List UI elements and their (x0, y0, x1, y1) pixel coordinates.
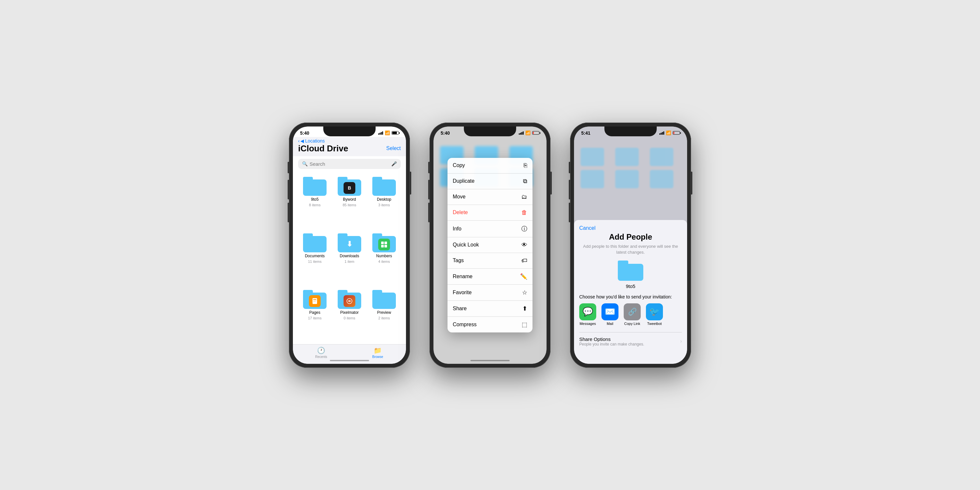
file-name-numbers: Numbers (376, 254, 392, 258)
menu-move-label: Move (453, 194, 466, 200)
info-icon: ⓘ (521, 225, 527, 233)
menu-duplicate-label: Duplicate (453, 178, 475, 184)
share-options-sub: People you invite can make changes. (579, 342, 644, 347)
context-menu-overlay: Copy ⎘ Duplicate ⧉ Move 🗂 (433, 127, 547, 364)
phone-1: 5:40 📶 (289, 123, 410, 368)
file-item-desktop[interactable]: Desktop 3 items (368, 174, 401, 228)
file-item-documents[interactable]: Documents 11 items (298, 231, 331, 285)
file-count-downloads: 1 item (345, 259, 354, 264)
file-count-documents: 11 items (308, 259, 321, 264)
compress-icon: ⬚ (522, 321, 527, 328)
share-apps-row: 💬 Messages ✉️ Mail (579, 303, 682, 328)
file-item-9to5[interactable]: 9to5 8 items (298, 174, 331, 228)
search-input[interactable] (310, 161, 389, 167)
share-app-tweetbot[interactable]: 🐦 Tweetbot (646, 303, 663, 326)
battery-1 (391, 131, 399, 135)
file-name-pages: Pages (309, 310, 320, 315)
menu-item-duplicate[interactable]: Duplicate ⧉ (447, 173, 533, 189)
tags-icon: 🏷 (521, 257, 527, 264)
file-count-pages: 17 items (308, 316, 321, 320)
time-1: 5:40 (300, 130, 309, 136)
file-item-pixelmator[interactable]: Pixelmator 0 items (333, 287, 366, 341)
mail-icon: ✉️ (601, 303, 619, 320)
file-item-pages[interactable]: Pages 17 items (298, 287, 331, 341)
folder-icon-downloads: ⬇ (338, 233, 361, 252)
share-app-mail[interactable]: ✉️ Mail (601, 303, 619, 326)
file-count-preview: 2 items (378, 316, 390, 320)
select-button[interactable]: Select (387, 145, 401, 151)
menu-rename-label: Rename (453, 274, 473, 280)
menu-item-rename[interactable]: Rename ✏️ (447, 269, 533, 285)
menu-item-tags[interactable]: Tags 🏷 (447, 253, 533, 269)
menu-item-info[interactable]: Info ⓘ (447, 221, 533, 237)
wifi-icon-3: 📶 (666, 130, 671, 135)
search-bar[interactable]: 🔍 🎤 (298, 159, 401, 169)
page-title-1: iCloud Drive (298, 143, 348, 154)
file-name-desktop: Desktop (377, 197, 391, 202)
battery-2 (532, 131, 539, 135)
copylink-icon: 🔗 (624, 303, 641, 320)
share-options-title: Share Options (579, 336, 644, 342)
nav-bar-1: ‹ ◀ Locations iCloud Drive Select (293, 137, 406, 156)
wifi-icon-2: 📶 (525, 130, 531, 135)
menu-item-favorite[interactable]: Favorite ☆ (447, 285, 533, 301)
share-options-row[interactable]: Share Options People you invite can make… (579, 332, 682, 350)
signal-bars-1 (378, 131, 383, 135)
svg-rect-7 (313, 301, 316, 302)
folder-icon-byword: B (338, 177, 361, 196)
duplicate-icon: ⧉ (523, 178, 527, 185)
svg-rect-1 (384, 242, 387, 244)
svg-rect-6 (313, 301, 317, 301)
tab-recents[interactable]: 🕐 Recents (293, 347, 350, 359)
menu-item-compress[interactable]: Compress ⬚ (447, 317, 533, 332)
file-name-documents: Documents (305, 254, 325, 258)
sheet-title: Add People (579, 232, 682, 242)
svg-rect-4 (312, 298, 317, 304)
menu-item-move[interactable]: Move 🗂 (447, 189, 533, 205)
share-app-messages[interactable]: 💬 Messages (579, 303, 596, 326)
folder-icon-9to5 (303, 177, 326, 196)
menu-share-label: Share (453, 305, 467, 312)
file-name-9to5: 9to5 (311, 197, 318, 202)
menu-item-quicklook[interactable]: Quick Look 👁 (447, 237, 533, 253)
signal-bars-2 (519, 131, 524, 135)
folder-icon-documents (303, 233, 326, 252)
file-item-numbers[interactable]: Numbers 4 items (368, 231, 401, 285)
menu-item-delete[interactable]: Delete 🗑 (447, 205, 533, 221)
file-item-preview[interactable]: Preview 2 items (368, 287, 401, 341)
sheet-folder-name: 9to5 (626, 283, 635, 289)
downloads-icon: ⬇ (347, 240, 352, 248)
menu-item-share[interactable]: Share ⬆ (447, 301, 533, 317)
copylink-label: Copy Link (624, 321, 640, 326)
context-menu: Copy ⎘ Duplicate ⧉ Move 🗂 (447, 158, 533, 332)
menu-copy-label: Copy (453, 162, 465, 169)
tab-browse[interactable]: 📁 Browse (350, 347, 406, 359)
menu-compress-label: Compress (453, 321, 477, 328)
cancel-button[interactable]: Cancel (579, 225, 596, 231)
browse-icon: 📁 (374, 347, 382, 354)
file-name-byword: Byword (343, 197, 356, 202)
folder-icon-pixelmator (338, 290, 361, 309)
file-name-preview: Preview (377, 310, 391, 315)
menu-info-label: Info (453, 226, 461, 232)
mic-icon: 🎤 (391, 161, 397, 166)
svg-rect-0 (381, 242, 384, 244)
file-item-byword[interactable]: B Byword 85 items (333, 174, 366, 228)
back-button-1[interactable]: ‹ ◀ Locations (298, 138, 401, 143)
svg-rect-3 (384, 245, 387, 247)
sheet-folder-icon (618, 261, 643, 281)
sheet-subtitle: Add people to this folder and everyone w… (579, 243, 682, 255)
share-app-copylink[interactable]: 🔗 Copy Link (624, 303, 641, 326)
quicklook-icon: 👁 (521, 242, 527, 248)
mail-label: Mail (607, 321, 613, 326)
rename-icon: ✏️ (520, 273, 527, 280)
phone-3: 5:41 📶 (570, 123, 691, 368)
file-count-desktop: 3 items (378, 203, 390, 207)
folder-icon-desktop (372, 177, 396, 196)
add-people-sheet: Cancel Add People Add people to this fol… (574, 220, 687, 364)
menu-delete-label: Delete (453, 210, 468, 215)
file-item-downloads[interactable]: ⬇ Downloads 1 item (333, 231, 366, 285)
menu-item-copy[interactable]: Copy ⎘ (447, 158, 533, 173)
numbers-badge (378, 239, 390, 250)
copy-icon: ⎘ (524, 162, 527, 169)
